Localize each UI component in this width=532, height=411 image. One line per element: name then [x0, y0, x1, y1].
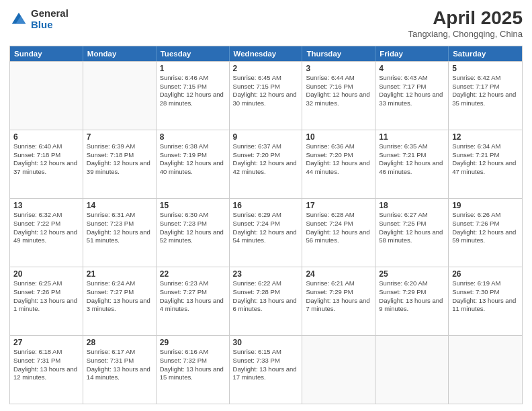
cal-cell-w2-d6: 11Sunrise: 6:35 AMSunset: 7:21 PMDayligh… [375, 130, 449, 198]
cal-cell-w2-d7: 12Sunrise: 6:34 AMSunset: 7:21 PMDayligh… [449, 130, 522, 198]
cal-cell-w1-d1 [10, 62, 83, 130]
cal-cell-w2-d5: 10Sunrise: 6:36 AMSunset: 7:20 PMDayligh… [302, 130, 375, 198]
week-row-2: 6Sunrise: 6:40 AMSunset: 7:18 PMDaylight… [10, 130, 522, 198]
day-info: Sunrise: 6:29 AMSunset: 7:24 PMDaylight:… [233, 211, 299, 245]
cal-cell-w1-d3: 1Sunrise: 6:46 AMSunset: 7:15 PMDaylight… [157, 62, 230, 130]
logo-text: General Blue [31, 8, 69, 30]
day-number: 8 [160, 132, 226, 142]
month-title: April 2025 [408, 8, 523, 29]
day-number: 7 [87, 132, 152, 142]
week-row-1: 1Sunrise: 6:46 AMSunset: 7:15 PMDaylight… [10, 61, 522, 130]
day-number: 30 [233, 338, 299, 347]
calendar: Sunday Monday Tuesday Wednesday Thursday… [9, 46, 523, 404]
day-info: Sunrise: 6:42 AMSunset: 7:17 PMDaylight:… [452, 74, 519, 108]
day-info: Sunrise: 6:44 AMSunset: 7:16 PMDaylight:… [306, 74, 371, 108]
cal-cell-w5-d4: 30Sunrise: 6:15 AMSunset: 7:33 PMDayligh… [230, 336, 303, 404]
day-info: Sunrise: 6:37 AMSunset: 7:20 PMDaylight:… [233, 142, 299, 177]
week-row-4: 20Sunrise: 6:25 AMSunset: 7:26 PMDayligh… [10, 267, 522, 335]
day-info: Sunrise: 6:15 AMSunset: 7:33 PMDaylight:… [233, 348, 299, 382]
day-info: Sunrise: 6:19 AMSunset: 7:30 PMDaylight:… [452, 279, 519, 314]
day-number: 25 [379, 269, 445, 279]
cal-cell-w2-d3: 8Sunrise: 6:38 AMSunset: 7:19 PMDaylight… [157, 130, 230, 198]
day-number: 14 [87, 201, 152, 210]
cal-cell-w5-d3: 29Sunrise: 6:16 AMSunset: 7:32 PMDayligh… [157, 336, 230, 404]
day-number: 2 [233, 64, 299, 73]
day-info: Sunrise: 6:46 AMSunset: 7:15 PMDaylight:… [160, 74, 226, 108]
day-info: Sunrise: 6:22 AMSunset: 7:28 PMDaylight:… [233, 279, 299, 314]
day-number: 20 [13, 269, 79, 279]
cal-cell-w4-d6: 25Sunrise: 6:20 AMSunset: 7:29 PMDayligh… [375, 267, 449, 335]
cal-cell-w1-d5: 3Sunrise: 6:44 AMSunset: 7:16 PMDaylight… [302, 62, 375, 130]
title-block: April 2025 Tangxiang, Chongqing, China [408, 8, 523, 39]
cal-cell-w5-d7 [449, 336, 522, 404]
calendar-header: Sunday Monday Tuesday Wednesday Thursday… [10, 46, 522, 61]
calendar-body: 1Sunrise: 6:46 AMSunset: 7:15 PMDaylight… [10, 61, 522, 404]
day-info: Sunrise: 6:45 AMSunset: 7:15 PMDaylight:… [233, 74, 299, 108]
day-number: 22 [160, 269, 226, 279]
day-number: 21 [87, 269, 152, 279]
day-info: Sunrise: 6:18 AMSunset: 7:31 PMDaylight:… [13, 348, 79, 382]
day-info: Sunrise: 6:20 AMSunset: 7:29 PMDaylight:… [379, 279, 445, 314]
day-info: Sunrise: 6:39 AMSunset: 7:18 PMDaylight:… [87, 142, 152, 177]
day-number: 4 [379, 64, 445, 73]
day-info: Sunrise: 6:27 AMSunset: 7:25 PMDaylight:… [379, 211, 445, 245]
day-info: Sunrise: 6:25 AMSunset: 7:26 PMDaylight:… [13, 279, 79, 314]
cal-cell-w1-d7: 5Sunrise: 6:42 AMSunset: 7:17 PMDaylight… [449, 62, 522, 130]
page: General Blue April 2025 Tangxiang, Chong… [0, 0, 532, 411]
day-info: Sunrise: 6:32 AMSunset: 7:22 PMDaylight:… [13, 211, 79, 245]
week-row-3: 13Sunrise: 6:32 AMSunset: 7:22 PMDayligh… [10, 198, 522, 267]
day-number: 27 [13, 338, 79, 347]
cal-cell-w2-d4: 9Sunrise: 6:37 AMSunset: 7:20 PMDaylight… [230, 130, 303, 198]
day-info: Sunrise: 6:34 AMSunset: 7:21 PMDaylight:… [452, 142, 519, 177]
cal-cell-w3-d1: 13Sunrise: 6:32 AMSunset: 7:22 PMDayligh… [10, 199, 83, 267]
header-wednesday: Wednesday [230, 46, 303, 61]
day-info: Sunrise: 6:35 AMSunset: 7:21 PMDaylight:… [379, 142, 445, 177]
day-number: 10 [306, 132, 371, 142]
cal-cell-w3-d7: 19Sunrise: 6:26 AMSunset: 7:26 PMDayligh… [449, 199, 522, 267]
header-saturday: Saturday [449, 46, 522, 61]
header-thursday: Thursday [302, 46, 375, 61]
header-tuesday: Tuesday [157, 46, 230, 61]
day-number: 1 [160, 64, 226, 73]
cal-cell-w4-d1: 20Sunrise: 6:25 AMSunset: 7:26 PMDayligh… [10, 267, 83, 335]
logo-general: General [31, 8, 69, 19]
day-number: 16 [233, 201, 299, 210]
cal-cell-w5-d2: 28Sunrise: 6:17 AMSunset: 7:31 PMDayligh… [83, 336, 157, 404]
day-info: Sunrise: 6:31 AMSunset: 7:23 PMDaylight:… [87, 211, 152, 245]
cal-cell-w1-d6: 4Sunrise: 6:43 AMSunset: 7:17 PMDaylight… [375, 62, 449, 130]
logo-icon [9, 10, 28, 29]
day-number: 24 [306, 269, 371, 279]
header-sunday: Sunday [10, 46, 83, 61]
cal-cell-w3-d6: 18Sunrise: 6:27 AMSunset: 7:25 PMDayligh… [375, 199, 449, 267]
header-monday: Monday [83, 46, 157, 61]
cal-cell-w5-d1: 27Sunrise: 6:18 AMSunset: 7:31 PMDayligh… [10, 336, 83, 404]
day-number: 6 [13, 132, 79, 142]
day-info: Sunrise: 6:26 AMSunset: 7:26 PMDaylight:… [452, 211, 519, 245]
cal-cell-w5-d6 [375, 336, 449, 404]
day-number: 12 [452, 132, 519, 142]
day-info: Sunrise: 6:40 AMSunset: 7:18 PMDaylight:… [13, 142, 79, 177]
day-info: Sunrise: 6:21 AMSunset: 7:29 PMDaylight:… [306, 279, 371, 314]
cal-cell-w4-d7: 26Sunrise: 6:19 AMSunset: 7:30 PMDayligh… [449, 267, 522, 335]
cal-cell-w4-d2: 21Sunrise: 6:24 AMSunset: 7:27 PMDayligh… [83, 267, 157, 335]
day-info: Sunrise: 6:17 AMSunset: 7:31 PMDaylight:… [87, 348, 152, 382]
day-number: 9 [233, 132, 299, 142]
header: General Blue April 2025 Tangxiang, Chong… [9, 8, 523, 39]
day-number: 29 [160, 338, 226, 347]
day-number: 3 [306, 64, 371, 73]
day-number: 13 [13, 201, 79, 210]
day-number: 18 [379, 201, 445, 210]
day-info: Sunrise: 6:38 AMSunset: 7:19 PMDaylight:… [160, 142, 226, 177]
day-info: Sunrise: 6:24 AMSunset: 7:27 PMDaylight:… [87, 279, 152, 314]
cal-cell-w3-d4: 16Sunrise: 6:29 AMSunset: 7:24 PMDayligh… [230, 199, 303, 267]
day-number: 17 [306, 201, 371, 210]
day-number: 19 [452, 201, 519, 210]
day-number: 11 [379, 132, 445, 142]
subtitle: Tangxiang, Chongqing, China [408, 29, 523, 39]
cal-cell-w3-d2: 14Sunrise: 6:31 AMSunset: 7:23 PMDayligh… [83, 199, 157, 267]
header-friday: Friday [375, 46, 449, 61]
week-row-5: 27Sunrise: 6:18 AMSunset: 7:31 PMDayligh… [10, 335, 522, 404]
day-number: 15 [160, 201, 226, 210]
cal-cell-w1-d4: 2Sunrise: 6:45 AMSunset: 7:15 PMDaylight… [230, 62, 303, 130]
day-number: 5 [452, 64, 519, 73]
